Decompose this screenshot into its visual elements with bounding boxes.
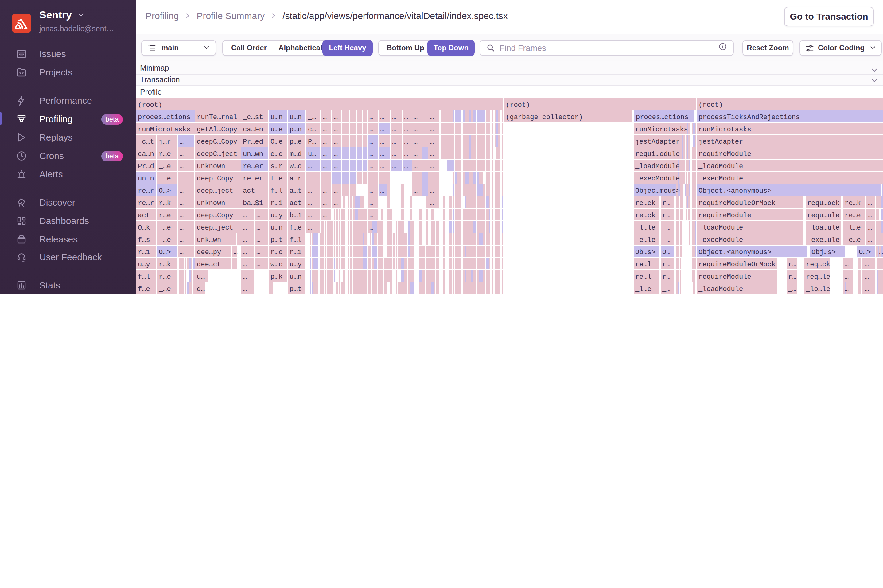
svg-text:re…r: re…r xyxy=(138,200,154,207)
svg-text:deep…ject: deep…ject xyxy=(197,187,233,195)
svg-text:w…c: w…c xyxy=(270,261,283,268)
svg-text:…: … xyxy=(323,114,327,121)
svg-text:…: … xyxy=(414,187,417,195)
svg-text:re…l: re…l xyxy=(635,273,652,281)
svg-text:req…le: req…le xyxy=(806,273,830,281)
svg-text:…: … xyxy=(308,175,312,183)
svg-text:u…n: u…n xyxy=(290,114,302,121)
svg-text:…: … xyxy=(323,212,327,219)
svg-text:…: … xyxy=(380,150,384,158)
svg-text:dee…ct: dee…ct xyxy=(197,261,221,268)
svg-text:u…y: u…y xyxy=(138,261,150,268)
svg-text:w…c: w…c xyxy=(290,163,302,170)
svg-text:…: … xyxy=(243,249,247,256)
svg-text:…: … xyxy=(392,150,396,158)
svg-text:f…l: f…l xyxy=(290,236,302,244)
svg-text:re…k: re…k xyxy=(845,200,861,207)
svg-text:Object.<anonymous>: Object.<anonymous> xyxy=(698,249,772,256)
svg-text:…: … xyxy=(369,224,373,232)
svg-text:…: … xyxy=(380,138,384,146)
svg-text:…: … xyxy=(430,126,434,134)
svg-text:…: … xyxy=(380,187,384,195)
svg-text:…: … xyxy=(369,212,373,219)
svg-text:_…e: _…e xyxy=(158,236,171,244)
svg-text:O…: O… xyxy=(662,249,670,256)
svg-text:re…ck: re…ck xyxy=(635,200,655,207)
svg-text:…: … xyxy=(369,114,373,121)
svg-text:_e…e: _e…e xyxy=(844,236,861,244)
svg-text:u…n: u…n xyxy=(270,114,283,121)
svg-text:requireModuleOrMock: requireModuleOrMock xyxy=(698,200,776,207)
svg-text:u…y: u…y xyxy=(270,212,283,219)
svg-text:…: … xyxy=(369,163,373,170)
svg-text:…: … xyxy=(369,187,373,195)
svg-text:re…ck: re…ck xyxy=(635,212,655,219)
svg-text:…: … xyxy=(180,236,183,244)
svg-text:re…l: re…l xyxy=(635,261,652,268)
svg-text:Pr…ed: Pr…ed xyxy=(243,138,263,146)
svg-text:_…e: _…e xyxy=(158,175,171,183)
svg-text:r…: r… xyxy=(788,261,796,268)
svg-text:_…e: _…e xyxy=(158,163,171,170)
svg-text:p…e: p…e xyxy=(290,138,302,146)
svg-text:runMicrotasks: runMicrotasks xyxy=(635,126,688,134)
svg-text:…: … xyxy=(865,261,869,268)
svg-text:…: … xyxy=(256,224,260,232)
svg-text:runTe…rnal: runTe…rnal xyxy=(197,114,237,121)
svg-text:_loadModule: _loadModule xyxy=(635,163,680,170)
svg-text:O…k: O…k xyxy=(138,224,150,232)
svg-text:e…e: e…e xyxy=(270,150,283,158)
svg-text:requ…ock: requ…ock xyxy=(807,200,840,207)
svg-text:r…1: r…1 xyxy=(290,249,302,256)
svg-text:…: … xyxy=(308,200,312,207)
svg-text:processTicksAndRejections: processTicksAndRejections xyxy=(698,114,800,121)
svg-text:r…e: r…e xyxy=(159,212,171,219)
svg-text:…: … xyxy=(369,126,373,134)
svg-text:…: … xyxy=(234,249,238,256)
svg-text:_loadModule: _loadModule xyxy=(698,163,743,170)
svg-text:…: … xyxy=(369,175,373,183)
svg-text:requireModule: requireModule xyxy=(698,150,751,158)
svg-text:r…: r… xyxy=(788,273,796,281)
svg-text:…: … xyxy=(180,138,183,146)
svg-text:…: … xyxy=(380,126,384,134)
svg-text:…: … xyxy=(865,273,869,281)
svg-text:…: … xyxy=(879,249,883,256)
svg-text:u…n: u…n xyxy=(270,224,283,232)
svg-text:…: … xyxy=(430,163,434,170)
svg-text:…: … xyxy=(430,150,434,158)
svg-text:…: … xyxy=(308,187,312,195)
svg-text:c…: c… xyxy=(308,126,316,134)
svg-text:…: … xyxy=(323,175,327,183)
svg-text:…: … xyxy=(404,163,408,170)
svg-text:requi…odule: requi…odule xyxy=(635,150,680,158)
svg-text:…: … xyxy=(334,114,338,121)
svg-text:…: … xyxy=(308,163,312,170)
svg-text:requireModule: requireModule xyxy=(698,212,751,219)
svg-text:u…y: u…y xyxy=(290,261,302,268)
svg-text:…: … xyxy=(380,114,384,121)
svg-text:…: … xyxy=(334,138,338,146)
svg-text:r…: r… xyxy=(662,273,670,281)
svg-text:act: act xyxy=(138,212,150,219)
svg-text:…: … xyxy=(334,200,338,207)
svg-text:Ob…s>: Ob…s> xyxy=(635,249,655,256)
svg-text:…: … xyxy=(323,187,327,195)
svg-text:r…1: r…1 xyxy=(270,200,283,207)
svg-text:…: … xyxy=(392,126,396,134)
svg-text:_…: _… xyxy=(662,285,670,293)
svg-text:u…: u… xyxy=(197,273,205,281)
svg-text:…: … xyxy=(430,138,434,146)
svg-text:requireModule: requireModule xyxy=(698,273,751,281)
svg-text:deep…ject: deep…ject xyxy=(197,224,233,232)
svg-text:_…: _… xyxy=(308,114,316,121)
svg-text:…: … xyxy=(868,224,872,232)
svg-text:…: … xyxy=(180,163,183,170)
svg-text:_execModule: _execModule xyxy=(698,236,743,244)
svg-text:_loa…ule: _loa…ule xyxy=(807,224,840,232)
svg-text:…: … xyxy=(414,126,417,134)
svg-text:proces…ctions: proces…ctions xyxy=(636,114,689,121)
svg-text:Pr…d: Pr…d xyxy=(138,163,154,170)
svg-text:…: … xyxy=(323,163,327,170)
svg-text:_l…le: _l…le xyxy=(635,224,655,232)
